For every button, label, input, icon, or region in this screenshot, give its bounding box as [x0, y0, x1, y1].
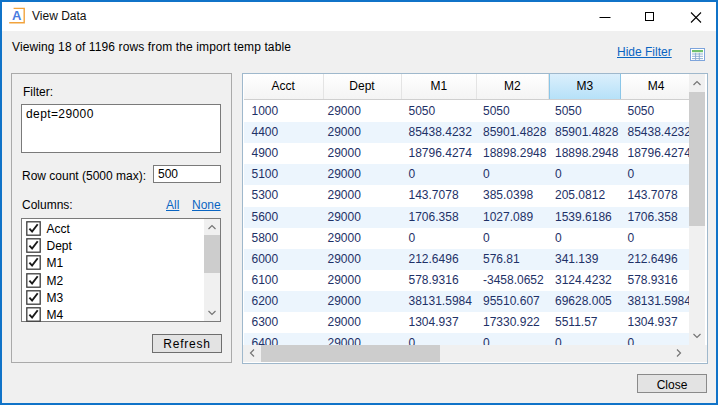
svg-text:A: A — [12, 7, 22, 22]
